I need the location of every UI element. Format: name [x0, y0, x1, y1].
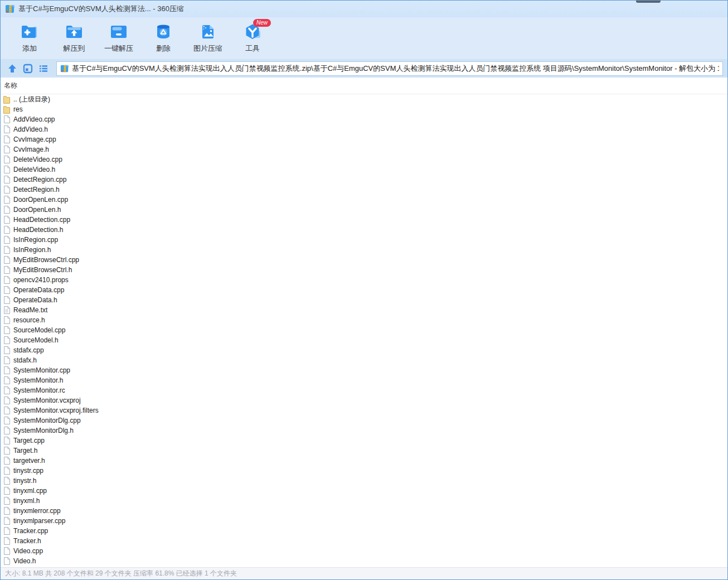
file-icon	[3, 265, 11, 274]
screen-notch	[636, 1, 661, 3]
file-row[interactable]: tinystr.h	[1, 476, 727, 486]
file-icon	[3, 557, 11, 566]
file-name: MyEditBrowseCtrl.cpp	[13, 256, 79, 264]
file-icon	[3, 356, 11, 365]
file-row[interactable]: AddVideo.cpp	[1, 114, 727, 124]
file-name: CvvImage.cpp	[13, 136, 56, 143]
file-name: tinyxmlparser.cpp	[13, 517, 65, 525]
toolbar-button-image-compress[interactable]: 图片压缩	[188, 21, 228, 56]
file-icon	[3, 366, 11, 375]
file-row[interactable]: tinyxmlparser.cpp	[1, 516, 727, 526]
file-row[interactable]: OperateData.h	[1, 295, 727, 305]
file-row[interactable]: Tracker.h	[1, 536, 727, 546]
folder-icon	[3, 95, 11, 104]
file-row[interactable]: DeleteVideo.h	[1, 165, 727, 175]
file-name: DoorOpenLen.cpp	[13, 196, 68, 204]
file-icon	[3, 396, 11, 405]
preview-pane-icon[interactable]	[22, 62, 34, 75]
file-row[interactable]: AddVideo.h	[1, 124, 727, 134]
toolbar-button-label: 一键解压	[104, 44, 133, 54]
image-compress-icon	[198, 22, 218, 42]
file-row[interactable]: SourceModel.h	[1, 335, 727, 345]
file-row[interactable]: MyEditBrowseCtrl.h	[1, 265, 727, 275]
file-row[interactable]: tinystr.cpp	[1, 466, 727, 476]
file-row[interactable]: IsInRegion.cpp	[1, 235, 727, 245]
toolbar-button-label: 删除	[156, 44, 171, 54]
file-name: tinystr.cpp	[13, 467, 43, 475]
file-row[interactable]: CvvImage.cpp	[1, 134, 727, 144]
file-icon	[3, 496, 11, 505]
file-row[interactable]: resource.h	[1, 315, 727, 325]
up-icon[interactable]	[6, 62, 18, 75]
list-view-icon[interactable]	[37, 62, 50, 75]
file-row[interactable]: .. (上级目录)	[1, 94, 727, 104]
file-name: res	[13, 105, 23, 113]
file-name: Tracker.cpp	[13, 527, 48, 535]
toolbar-button-add[interactable]: 添加	[9, 21, 50, 56]
file-row[interactable]: SystemMonitor.h	[1, 375, 727, 385]
file-row[interactable]: Video.h	[1, 556, 727, 566]
file-row[interactable]: targetver.h	[1, 456, 727, 466]
file-row[interactable]: tinyxml.cpp	[1, 486, 727, 496]
file-list: .. (上级目录) res AddVideo.cpp AddVideo.h Cv…	[1, 94, 727, 567]
file-row[interactable]: stdafx.cpp	[1, 345, 727, 355]
file-icon	[3, 476, 11, 485]
file-icon	[3, 486, 11, 495]
address-bar[interactable]: 基于C#与EmguCV的SVM人头检测算法实现出入人员门禁视频监控系统.zip\…	[56, 61, 723, 76]
file-icon	[3, 296, 11, 304]
toolbar-button-delete[interactable]: 删除	[143, 21, 183, 56]
file-icon	[3, 195, 11, 204]
file-icon	[3, 406, 11, 415]
new-badge: New	[253, 19, 271, 27]
file-row[interactable]: tinyxmlerror.cpp	[1, 506, 727, 516]
file-row[interactable]: SystemMonitor.rc	[1, 385, 727, 395]
file-name: DetectRegion.h	[13, 186, 60, 194]
file-row[interactable]: tinyxml.h	[1, 496, 727, 506]
360zip-window: 基于C#与EmguCV的SVM人头检测算法... - 360压缩 添加 解压到	[0, 0, 728, 580]
file-name: DoorOpenLen.h	[13, 206, 61, 214]
file-name: .. (上级目录)	[13, 95, 50, 104]
titlebar[interactable]: 基于C#与EmguCV的SVM人头检测算法... - 360压缩	[1, 1, 727, 17]
file-name: AddVideo.h	[13, 125, 48, 133]
file-row[interactable]: stdafx.h	[1, 355, 727, 365]
toolbar-button-label: 添加	[22, 44, 37, 54]
file-row[interactable]: Tracker.cpp	[1, 526, 727, 536]
file-name: SystemMonitor.rc	[13, 386, 65, 394]
file-row[interactable]: Video.cpp	[1, 546, 727, 556]
file-row[interactable]: DoorOpenLen.cpp	[1, 195, 727, 205]
file-row[interactable]: DetectRegion.cpp	[1, 175, 727, 185]
file-icon	[3, 426, 11, 435]
file-icon	[3, 526, 11, 535]
file-name: OperateData.h	[13, 296, 57, 304]
file-row[interactable]: SystemMonitorDlg.h	[1, 426, 727, 436]
toolbar-button-tools[interactable]: New 工具	[232, 21, 273, 56]
file-name: ReadMe.txt	[13, 306, 47, 314]
file-row[interactable]: opencv2410.props	[1, 275, 727, 285]
file-row[interactable]: Target.h	[1, 446, 727, 456]
file-row[interactable]: DeleteVideo.cpp	[1, 154, 727, 165]
file-row[interactable]: ReadMe.txt	[1, 305, 727, 315]
file-row[interactable]: SystemMonitor.vcxproj	[1, 395, 727, 405]
file-row[interactable]: SystemMonitor.cpp	[1, 365, 727, 375]
file-row[interactable]: Target.cpp	[1, 436, 727, 446]
file-row[interactable]: MyEditBrowseCtrl.cpp	[1, 255, 727, 265]
file-row[interactable]: HeadDetection.cpp	[1, 215, 727, 225]
file-row[interactable]: res	[1, 104, 727, 114]
file-row[interactable]: DetectRegion.h	[1, 185, 727, 195]
file-row[interactable]: HeadDetection.h	[1, 225, 727, 235]
toolbar-button-one-click-extract[interactable]: 一键解压	[99, 21, 139, 56]
file-row[interactable]: SystemMonitor.vcxproj.filters	[1, 405, 727, 415]
file-row[interactable]: SourceModel.cpp	[1, 325, 727, 335]
file-icon	[3, 155, 11, 164]
file-row[interactable]: OperateData.cpp	[1, 285, 727, 295]
file-row[interactable]: DoorOpenLen.h	[1, 205, 727, 215]
toolbar-button-extract-to[interactable]: 解压到	[54, 21, 94, 56]
column-header-name[interactable]: 名称	[1, 78, 727, 94]
file-name: SourceModel.h	[13, 336, 59, 344]
extract-to-icon	[64, 22, 84, 42]
file-row[interactable]: SystemMonitorDlg.cpp	[1, 415, 727, 426]
file-row[interactable]: CvvImage.h	[1, 144, 727, 154]
file-icon	[3, 346, 11, 355]
file-row[interactable]: IsInRegion.h	[1, 245, 727, 255]
add-folder-icon	[20, 22, 40, 42]
